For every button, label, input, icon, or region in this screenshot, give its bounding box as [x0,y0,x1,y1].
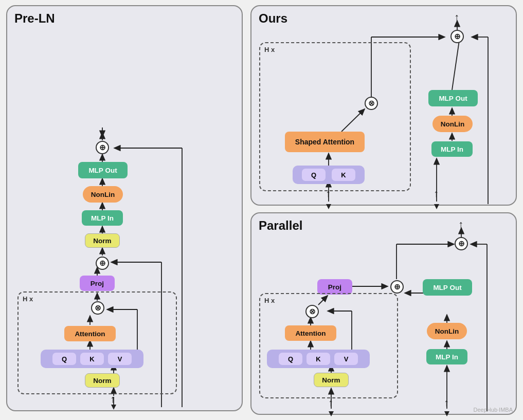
preln-mlp-out: MLP Out [78,162,128,178]
svg-line-74 [452,37,460,90]
ours-q: Q [302,169,326,181]
ours-input-right: ↑ [434,188,439,199]
panel-ours: Ours [250,5,517,206]
parallel-proj: Proj [317,279,352,295]
preln-mlp-in: MLP In [82,210,123,226]
ours-qk-row: Q K [293,166,365,184]
ours-otimes: ⊗ [365,97,378,110]
parallel-input-right: ↑ [444,397,449,409]
parallel-title: Parallel [259,218,302,233]
svg-marker-44 [111,405,116,410]
ours-mlp-out: MLP Out [428,90,478,106]
preln-oplus-top: ⊕ [96,141,109,154]
svg-marker-65 [326,204,331,209]
preln-hx: H x [23,295,33,303]
ours-mlp-in: MLP In [431,141,473,157]
parallel-output: ↑ [458,218,463,230]
preln-title: Pre-LN [14,11,55,26]
parallel-oplus-mid: ⊕ [390,280,404,294]
svg-marker-95 [444,411,449,416]
parallel-qkv-row: Q K V [267,350,370,368]
svg-marker-71 [434,204,439,209]
preln-q: Q [52,353,76,365]
preln-input-arrow: ↑ [110,393,115,405]
diagram-wrapper: Pre-LN [0,0,523,420]
ours-oplus: ⊕ [450,30,464,43]
watermark: DeepHub·IMBA [474,407,513,413]
preln-v: V [108,353,132,365]
preln-oplus-mid: ⊕ [96,257,109,270]
preln-qkv-row: Q K V [41,350,143,368]
parallel-norm: Norm [314,373,349,387]
svg-marker-81 [329,411,334,416]
parallel-mlp-in: MLP In [426,349,467,364]
preln-norm-top: Norm [85,233,120,248]
parallel-input-left: ↑ [328,397,333,409]
parallel-otimes: ⊗ [305,305,319,318]
parallel-v: V [334,353,358,365]
parallel-k: K [306,353,330,365]
ours-title: Ours [259,11,287,26]
ours-output: ↑ [454,11,459,23]
panel-preln: Pre-LN [6,5,243,411]
ours-shaped-attention: Shaped Attention [285,132,365,152]
parallel-oplus-top: ⊕ [455,237,468,250]
preln-attention: Attention [64,326,116,341]
preln-nonlin: NonLin [83,186,123,203]
ours-hx: H x [264,46,275,53]
ours-nonlin: NonLin [432,116,473,132]
parallel-attention: Attention [285,325,336,341]
ours-input-left: ↑ [326,188,331,199]
parallel-mlp-out: MLP Out [423,279,472,296]
parallel-hx: H x [264,297,275,304]
ours-k: K [332,169,355,181]
preln-norm-bot: Norm [85,373,120,388]
parallel-nonlin: NonLin [427,323,467,339]
preln-otimes: ⊗ [91,301,104,315]
preln-proj: Proj [80,276,115,291]
panel-parallel: Parallel [250,212,517,415]
parallel-q: Q [279,353,302,365]
preln-k: K [80,353,104,365]
